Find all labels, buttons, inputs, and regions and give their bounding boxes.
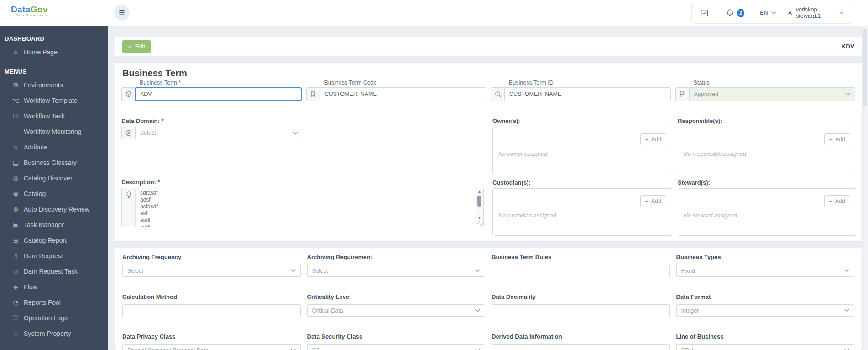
description-textarea[interactable]: sdfasdfadsfasfasdfasfasdfasdf ▲ ▼ — [121, 188, 484, 227]
primary-fields-row: Business Term * KDV Business Term Code — [121, 80, 855, 101]
notification-count-badge[interactable]: 2 — [737, 9, 744, 17]
stewards-section: Steward(s): +Add No steward assigned — [678, 179, 856, 236]
page-scrollbar-thumb[interactable] — [863, 29, 867, 106]
plus-icon: + — [645, 136, 649, 143]
sidebar-item-flow[interactable]: ◈Flow — [0, 279, 108, 295]
data-privacy-class-select[interactable]: Special Category Personal Data — [122, 344, 301, 350]
edit-button[interactable]: ✓ Edit — [122, 40, 151, 53]
user-menu[interactable]: veriskop-steward.1 — [787, 6, 843, 19]
auto-discovery-review-icon: ⊕ — [12, 206, 20, 213]
sidebar-item-system-property[interactable]: ≡System Property — [0, 326, 108, 341]
resize-grip[interactable] — [477, 221, 483, 226]
home-icon: ⌂ — [12, 48, 20, 56]
sidebar-item-task-manager[interactable]: ▣Task Manager — [0, 217, 108, 233]
sidebar-item-reports-pool[interactable]: ◔Reports Pool — [0, 295, 108, 310]
responsibles-box: +Add No responsible assigned — [678, 127, 856, 175]
environments-icon: ⧉ — [12, 81, 20, 89]
chevron-down-icon — [475, 269, 480, 272]
business-term-id-input[interactable]: CUSTOMER_NAME — [504, 87, 671, 101]
add-steward-button[interactable]: +Add — [824, 195, 850, 207]
tasks-check-square-icon[interactable] — [700, 9, 709, 17]
plus-icon: + — [645, 198, 649, 204]
details-field-label: Data Privacy Class — [122, 333, 301, 340]
sidebar-item-catalog-report[interactable]: ⊞Catalog Report — [0, 233, 108, 248]
sidebar-item-catalog[interactable]: ◉Catalog — [0, 186, 108, 202]
add-owner-button[interactable]: +Add — [640, 133, 666, 145]
scroll-up-icon[interactable]: ▲ — [476, 190, 483, 193]
chevron-down-icon — [845, 93, 850, 96]
top-header: DataGov Data Governance ☰ 2 EN veriskop-… — [0, 0, 868, 27]
chevron-down-icon — [475, 309, 480, 312]
responsibles-empty-text: No responsible assigned — [684, 151, 746, 157]
hamburger-menu-button[interactable]: ☰ — [114, 5, 130, 21]
sidebar-item-catalog-discover[interactable]: ◎Catalog Discover — [0, 170, 108, 186]
chevron-down-icon — [291, 269, 296, 272]
data-domain-label: Data Domain: * — [121, 117, 303, 124]
business-types-select[interactable]: Fixed — [676, 265, 855, 277]
sidebar-item-label: Home Page — [24, 48, 58, 56]
sidebar-item-business-glossary[interactable]: ▤Business Glossary — [0, 155, 108, 170]
details-field-archiving-requirement: Archiving RequirementSelect — [307, 254, 486, 278]
details-field-data-security-class: Data Security ClassC2 — [307, 333, 486, 350]
sidebar-item-environments[interactable]: ⧉Environments — [0, 77, 108, 93]
details-field-criticality-level: Criticality LevelCritical Data — [307, 293, 486, 318]
archiving-frequency-select[interactable]: Select — [122, 265, 301, 277]
sidebar-item-dam-request-task[interactable]: ◇Dam Request Task — [0, 264, 108, 279]
reports-pool-icon: ◔ — [12, 299, 20, 306]
field-data-domain: Data Domain: * Select — [121, 117, 303, 139]
sidebar-item-dam-request[interactable]: ▯Dam Request — [0, 248, 108, 264]
business-term-input[interactable]: KDV — [135, 87, 302, 101]
details-field-label: Line of Business — [676, 333, 855, 340]
check-icon: ✓ — [128, 43, 132, 50]
details-field-data-decimality: Data Decimality — [492, 293, 670, 318]
sidebar-item-auto-discovery-review[interactable]: ⊕Auto Discovery Review — [0, 202, 108, 217]
scrollbar-thumb[interactable] — [477, 196, 481, 207]
catalog-report-icon: ⊞ — [12, 237, 20, 244]
sidebar-item-label: Catalog Discover — [24, 175, 73, 182]
add-custodian-button[interactable]: +Add — [640, 195, 666, 207]
sidebar-item-label: Workflow Monitoring — [24, 128, 82, 135]
page-scrollbar[interactable] — [862, 26, 868, 350]
field-business-term-code: Business Term Code CUSTOMER_NAME — [306, 80, 486, 101]
sidebar-item-label: System Property — [24, 330, 71, 337]
notifications-bell-icon[interactable] — [726, 9, 734, 17]
bookmark-icon — [306, 87, 320, 101]
textarea-scrollbar[interactable]: ▲ ▼ — [476, 189, 483, 221]
select-value: Fixed — [681, 268, 695, 274]
data-decimality-input[interactable] — [492, 304, 670, 318]
details-field-label: Archiving Requirement — [307, 254, 486, 260]
data-domain-select[interactable]: Select — [135, 127, 303, 139]
line-of-business-select[interactable]: CBU — [676, 344, 855, 350]
add-responsible-button[interactable]: +Add — [824, 133, 850, 145]
sidebar-item-label: Workflow Task — [24, 112, 65, 120]
sidebar-item-home-page[interactable]: ⌂Home Page — [0, 44, 108, 60]
language-selector[interactable]: EN — [760, 10, 776, 16]
sidebar-item-label: Auto Discovery Review — [24, 206, 89, 213]
sidebar-sections: DASHBOARD⌂Home PageMENUS⧉Environments⌥Wo… — [0, 32, 108, 341]
derived-data-information-input[interactable] — [492, 344, 670, 350]
sidebar-item-attribute[interactable]: ☆Attribute — [0, 139, 108, 155]
criticality-level-select[interactable]: Critical Data — [307, 304, 486, 317]
data-format-select[interactable]: Integer — [676, 304, 855, 317]
archiving-requirement-select[interactable]: Select — [307, 265, 486, 277]
sidebar-section-dashboard: DASHBOARD⌂Home Page — [0, 32, 108, 60]
sidebar-item-workflow-monitoring[interactable]: ∴Workflow Monitoring — [0, 124, 108, 139]
business-term-code-input[interactable]: CUSTOMER_NAME — [320, 87, 486, 101]
sidebar-item-label: Dam Request — [24, 252, 63, 260]
sidebar-item-label: Business Glossary — [24, 159, 77, 166]
scroll-down-icon[interactable]: ▼ — [476, 216, 483, 220]
sidebar-item-label: Workflow Template — [24, 97, 78, 104]
sidebar-item-workflow-task[interactable]: ☑Workflow Task — [0, 108, 108, 124]
sidebar-item-operation-logs[interactable]: ☰Operation Logs — [0, 310, 108, 326]
calculation-method-input[interactable] — [122, 304, 301, 318]
status-select[interactable]: Approved — [689, 87, 856, 101]
sidebar-section-title: DASHBOARD — [0, 32, 108, 44]
business-term-rules-input[interactable] — [492, 265, 670, 278]
cube-icon — [121, 87, 135, 101]
chevron-down-icon — [771, 11, 776, 15]
sidebar-item-workflow-template[interactable]: ⌥Workflow Template — [0, 93, 108, 108]
chevron-down-icon — [839, 11, 843, 15]
field-status: Status Approved — [675, 80, 856, 101]
data-security-class-select[interactable]: C2 — [307, 344, 486, 350]
custodians-label: Custodian(s): — [492, 179, 672, 186]
